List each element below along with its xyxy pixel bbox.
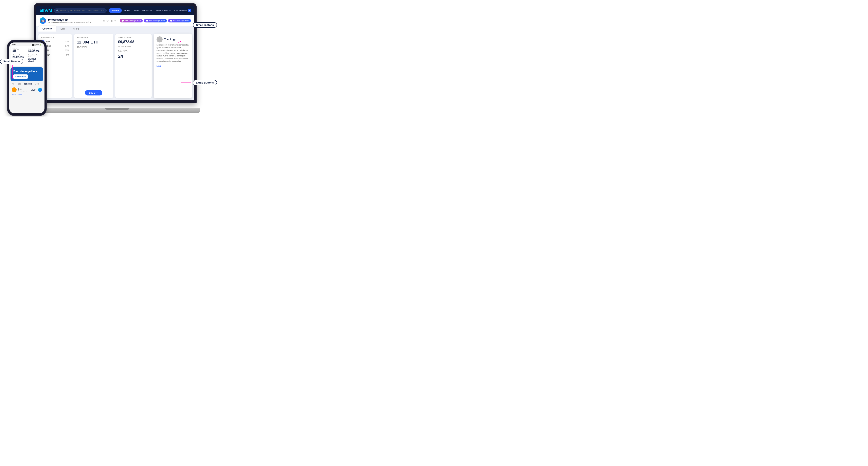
- small-banner-annotation: Small Banner: [0, 59, 23, 79]
- battery-icon: 🔋: [40, 44, 42, 46]
- nav-links: Home Tokens Blockchain MEW Products Your…: [124, 9, 191, 12]
- edit-icon[interactable]: ✎: [114, 19, 117, 22]
- nfts-count: 24: [118, 54, 149, 59]
- small-buttons-container: Your Message Here Your Message Here Your…: [120, 19, 191, 23]
- large-btns-line: [181, 83, 191, 83]
- portfolio-plus-icon: +: [188, 9, 191, 12]
- eth-usd: $5252.29: [77, 46, 111, 49]
- qr-icon[interactable]: ⊞: [111, 19, 113, 22]
- small-button-3[interactable]: Your Message Here: [168, 19, 191, 23]
- phone-transaction: ↑ Sent 5 sec ago to 5 ETH: [9, 86, 44, 93]
- small-banner-arrow-v: [12, 65, 12, 77]
- token-uni-symbol: UNI: [46, 49, 49, 52]
- eth-address: 0x3A2da46dC4d6a000Fb2719b1C2d0a92898145f…: [48, 21, 101, 23]
- laptop-screen: ethVM 🔍 Search Home Tokens Blockchain ME…: [36, 6, 194, 100]
- tab-eth[interactable]: ETH: [56, 26, 69, 32]
- token-link-symbol: LINK: [46, 54, 50, 56]
- tx-label: Sent: [18, 88, 29, 90]
- nav-bar: ethVM 🔍 Search Home Tokens Blockchain ME…: [36, 6, 194, 15]
- token-eth-symbol: ETH: [46, 40, 50, 43]
- nav-blockchain[interactable]: Blockchain: [143, 9, 153, 12]
- laptop-base: [34, 108, 200, 113]
- popup-header: Your Logo: [157, 36, 189, 42]
- heart-icon[interactable]: ♡: [106, 19, 109, 22]
- nav-tokens[interactable]: Tokens: [132, 9, 140, 12]
- stat-gas-limit-label: Gas Limit: [28, 48, 41, 50]
- avatar: 🤖: [40, 18, 46, 24]
- address-bar: 🤖 rynocreative.eth 0x3A2da46dC4d6a000Fb2…: [36, 15, 194, 26]
- phone-tabs: All Txns Transfers More: [9, 81, 44, 86]
- stat-base-fee-value: 21.8926 Gwei: [28, 58, 41, 62]
- token-balance-card: Token Balance $9,872.98 24 Total Tokens …: [115, 34, 152, 98]
- small-banner-arrow-tip: [11, 77, 13, 79]
- logo-vm: VM: [46, 8, 52, 13]
- address-info: rynocreative.eth 0x3A2da46dC4d6a000Fb271…: [48, 18, 101, 23]
- tx-time: 5 sec ago to: [18, 90, 29, 92]
- main-content: Portfolio Value Ξ ETH 23% ₮ USDT 17% 🦄 U…: [36, 32, 194, 100]
- toggle-dot-3: [170, 20, 172, 22]
- status-icons: ▋▋▋ wifi 🔋: [32, 44, 42, 46]
- tx-address-avatar: [38, 88, 42, 92]
- phone-time: 9:41: [12, 44, 16, 46]
- stat-base-fee: Base Fee Per Gas 21.8926 Gwei: [28, 54, 41, 62]
- small-button-2[interactable]: Your Message Here: [144, 19, 167, 23]
- stat-total-txs-value: 317: [12, 50, 26, 52]
- token-usdt-pct: 17%: [65, 45, 69, 47]
- tx-address: 0x511...5dece: [9, 93, 44, 96]
- copy-icon[interactable]: ⧉: [103, 19, 105, 22]
- popup-body: Lorem ipsum dolor sit amet consectetur. …: [157, 44, 189, 63]
- search-input[interactable]: [60, 9, 104, 12]
- eth-amount: 12.004 ETH: [77, 40, 111, 44]
- toggle-dot-2: [146, 20, 148, 22]
- search-container: 🔍: [54, 8, 106, 13]
- phone-tab-all[interactable]: All: [12, 83, 14, 85]
- address-icons: ⧉ ♡ ⊞ ✎: [103, 19, 117, 22]
- stat-base-fee-label: Base Fee Per Gas: [28, 54, 41, 58]
- tx-amount: 5 ETH: [31, 89, 36, 91]
- search-button[interactable]: Search: [108, 8, 122, 13]
- phone-tab-more[interactable]: More: [35, 83, 39, 85]
- nfts-label: Total NFT's: [118, 50, 149, 52]
- stat-gas-used-value: 28,661,915: [12, 56, 26, 58]
- popup-link[interactable]: Link: [157, 65, 189, 67]
- tab-overview[interactable]: Overview: [38, 26, 56, 32]
- token-uni-pct: 12%: [65, 49, 69, 52]
- laptop-device: ethVM 🔍 Search Home Tokens Blockchain ME…: [34, 4, 200, 113]
- stat-gas-used-label: Gas Used: [12, 54, 26, 56]
- ens-name: rynocreative.eth: [48, 18, 101, 21]
- small-banner-label: Small Banner: [0, 59, 23, 64]
- large-buttons-label: Large Buttons: [193, 80, 217, 85]
- token-usdt-symbol: USDT: [46, 45, 51, 47]
- search-icon: 🔍: [56, 9, 59, 12]
- phone-status-bar: 9:41 ▋▋▋ wifi 🔋: [9, 42, 44, 46]
- toggle-dot-1: [122, 20, 124, 22]
- token-eth-pct: 23%: [65, 40, 69, 43]
- stat-gas-limit-value: 30,000,000: [28, 50, 41, 52]
- nav-home[interactable]: Home: [124, 9, 130, 12]
- phone-tab-txns[interactable]: Txns: [17, 83, 21, 85]
- stat-gas-limit: Gas Limit 30,000,000: [28, 48, 41, 52]
- buy-eth-button[interactable]: Buy ETH: [85, 90, 102, 95]
- token-balance-amount: $9,872.98: [118, 40, 149, 44]
- nav-mew[interactable]: MEW Products: [156, 9, 171, 12]
- wifi-icon: wifi: [36, 44, 39, 46]
- phone-tab-transfers[interactable]: Transfers: [23, 83, 32, 85]
- token-balance-sub: 24 Total Tokens: [118, 45, 149, 47]
- token-balance-title: Token Balance: [118, 36, 149, 39]
- logo: ethVM: [40, 8, 52, 13]
- logo-eth: eth: [40, 8, 46, 13]
- eth-balance-title: Eth Balance: [77, 36, 111, 39]
- small-buttons-label: Small Buttons: [193, 22, 217, 28]
- small-buttons-annotation: Small Buttons: [181, 22, 217, 28]
- popup-logo: [157, 36, 163, 42]
- nav-portfolio[interactable]: Your Portfolio +: [174, 9, 191, 12]
- small-button-1[interactable]: Your Message Here: [120, 19, 143, 23]
- eth-balance-card: Eth Balance 12.004 ETH $5252.29 Buy ETH: [74, 34, 113, 98]
- tx-info: Sent 5 sec ago to: [18, 88, 29, 92]
- tab-nfts[interactable]: NFT's: [69, 26, 83, 32]
- token-link-pct: 8%: [66, 54, 69, 56]
- large-buttons-annotation: Large Buttons: [181, 80, 217, 85]
- popup-card: Your Logo Lorem ipsum dolor sit amet con…: [154, 34, 192, 98]
- small-btns-line: [181, 25, 191, 25]
- tabs-bar: Overview ETH NFT's: [36, 26, 194, 32]
